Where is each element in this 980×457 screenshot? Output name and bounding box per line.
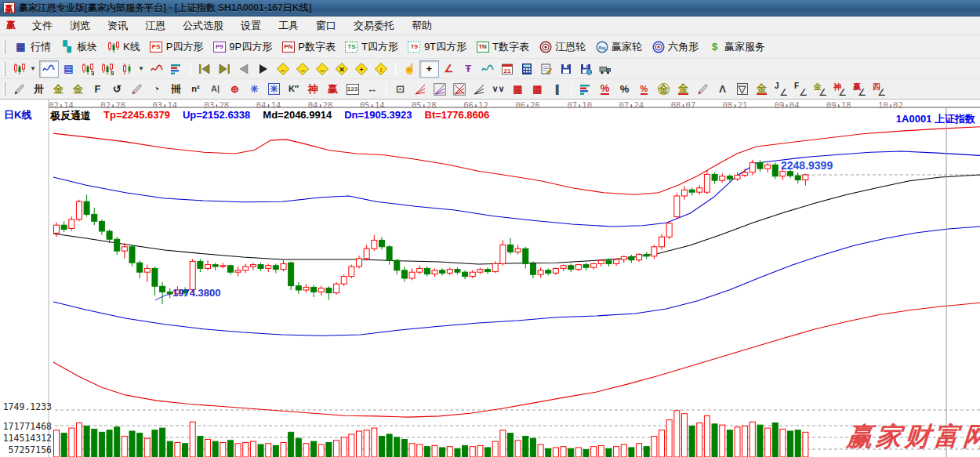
k-marks-button[interactable]: K″ xyxy=(284,81,303,98)
volume-distribution-button[interactable] xyxy=(167,60,187,78)
n-square-button[interactable]: n² xyxy=(186,81,205,98)
last-page-button[interactable] xyxy=(215,60,234,78)
menu-item-9[interactable]: 帮助 xyxy=(403,16,441,35)
parallel-channel-button[interactable]: ∥ xyxy=(547,81,567,98)
t-square-button[interactable]: TST四方形 xyxy=(340,38,403,56)
gann-date-diag-button[interactable]: ✕ xyxy=(332,60,352,78)
menu-item-7[interactable]: 窗口 xyxy=(307,16,345,35)
first-page-button[interactable] xyxy=(195,60,215,78)
menu-item-4[interactable]: 公式选股 xyxy=(174,16,232,35)
percent-level-button[interactable]: % xyxy=(634,81,654,98)
multi-chart-3-button[interactable]: 3 xyxy=(78,60,98,78)
gann-date-cross-button[interactable]: + xyxy=(352,60,372,78)
title-bar[interactable]: 赢 赢家江恩专业版[赢家内部服务平台] - [上证指数 SH1A0001-167… xyxy=(0,0,980,16)
span-measure-button[interactable]: ↔ xyxy=(362,81,382,98)
kline-style-picker-button[interactable]: ▼ xyxy=(9,60,39,78)
toolbar-grip[interactable] xyxy=(3,82,5,96)
target-circle-button[interactable]: ⊕ xyxy=(225,81,245,98)
text-note-button[interactable]: A| xyxy=(205,81,225,98)
menu-item-1[interactable]: 浏览 xyxy=(61,16,99,35)
hexagon-button[interactable]: 六角形 xyxy=(647,38,703,56)
menu-item-5[interactable]: 设置 xyxy=(232,16,270,35)
j-angle-line-button[interactable]: J∠ xyxy=(771,81,791,98)
toolbar-grip[interactable] xyxy=(3,40,5,54)
wave-overlay-button[interactable] xyxy=(478,60,498,78)
prev-page-button[interactable] xyxy=(234,60,254,78)
shen-signal-button[interactable]: 神 xyxy=(303,81,323,98)
gann-wheel-button[interactable]: 江恩轮 xyxy=(534,38,590,56)
gann-grid-box-button[interactable] xyxy=(449,81,469,98)
f10-info-button[interactable]: ▤ xyxy=(59,60,78,78)
sectors-button[interactable]: ▚板块 xyxy=(56,38,102,56)
angle-measure-button[interactable]: ∠ xyxy=(439,60,459,78)
gann-fan-button[interactable] xyxy=(410,81,430,98)
gann-date-right-button[interactable]: → xyxy=(293,60,313,78)
chart-canvas[interactable] xyxy=(0,100,980,457)
crosshair-button[interactable]: + xyxy=(419,60,439,78)
trend-rays-button[interactable] xyxy=(469,81,488,98)
toolbar-grip[interactable] xyxy=(3,62,5,76)
marker-pen-button[interactable] xyxy=(127,81,147,98)
spiral-tool-button[interactable]: ↺ xyxy=(107,81,127,98)
stat-bars-button[interactable] xyxy=(575,81,595,98)
star-rays-button[interactable]: ✳ xyxy=(245,81,264,98)
winner-wheel-button[interactable]: Big赢家轮 xyxy=(590,38,647,56)
shen-angle-line-button[interactable]: 神∠ xyxy=(830,81,850,98)
winner-service-button[interactable]: $赢家服务 xyxy=(703,38,770,56)
gold-support-button[interactable]: 金 xyxy=(752,81,771,98)
gold-gauge-1-button[interactable]: 金 xyxy=(49,81,68,98)
gold-circle-button[interactable]: 金 xyxy=(654,81,673,98)
si-angle-line-button[interactable]: 四∠ xyxy=(869,81,889,98)
next-page-button[interactable] xyxy=(254,60,274,78)
gold-angle-line-button[interactable]: 金∠ xyxy=(811,81,830,98)
calculator-button[interactable] xyxy=(517,60,537,78)
data-manager-button[interactable] xyxy=(596,60,615,78)
percent-plain-button[interactable]: % xyxy=(615,81,634,98)
bar-style-picker-button[interactable]: ▼ xyxy=(118,60,147,78)
market-quotes-button[interactable]: ▦行情 xyxy=(9,38,56,56)
fib-angle-line-button[interactable]: F∠ xyxy=(791,81,811,98)
percent-slash-button[interactable]: % xyxy=(595,81,615,98)
symbol-label[interactable]: 1A0001 上证指数 xyxy=(896,112,975,126)
time-ruler-button[interactable]: 卅 xyxy=(29,81,49,98)
multi-chart-9-button[interactable]: 9 xyxy=(98,60,118,78)
save-layout-button[interactable] xyxy=(557,60,576,78)
gold-level-line-button[interactable]: 金 xyxy=(673,81,693,98)
gann-date-span-button[interactable]: ↔ xyxy=(313,60,332,78)
box-frame-button[interactable]: ⊡ xyxy=(390,81,410,98)
price-grid-button[interactable]: ▦ xyxy=(508,81,528,98)
price-grid-arrow-button[interactable]: ▦ xyxy=(528,81,547,98)
p-square-button[interactable]: PSP四方形 xyxy=(145,38,209,56)
cup-box-button[interactable]: ▽ xyxy=(732,81,752,98)
9t-square-button[interactable]: T99T四方形 xyxy=(403,38,471,56)
cycle-clock-button[interactable]: ◔ xyxy=(147,81,166,98)
kline-button[interactable]: K线 xyxy=(102,38,145,56)
ying-signal-button[interactable]: 赢 xyxy=(323,81,343,98)
wave-abc-button[interactable]: Λ xyxy=(713,81,732,98)
pan-hand-button[interactable]: ☝ xyxy=(400,60,419,78)
zigzag-wave-button[interactable]: ∨∨ xyxy=(488,81,508,98)
t-number-table-button[interactable]: TNT数字表 xyxy=(471,38,534,56)
t-ruler-button[interactable]: Ŧ xyxy=(459,60,478,78)
gann-date-all-button[interactable]: ↕ xyxy=(372,60,391,78)
price-ruler-button[interactable]: 卌 xyxy=(166,81,186,98)
p-number-table-button[interactable]: PNP数字表 xyxy=(277,38,340,56)
overlay-blue-curve-button[interactable] xyxy=(39,60,59,78)
gann-box-purple-button[interactable] xyxy=(430,81,449,98)
menu-item-3[interactable]: 江恩 xyxy=(136,16,174,35)
gold-gauge-2-button[interactable]: 金 xyxy=(68,81,88,98)
menu-item-8[interactable]: 交易委托 xyxy=(345,16,403,35)
ying-angle-line-button[interactable]: 赢∠ xyxy=(850,81,869,98)
pane-period-label[interactable]: 日K线 xyxy=(4,108,31,122)
trade-notes-button[interactable] xyxy=(537,60,557,78)
gann-date-left-button[interactable]: ← xyxy=(274,60,293,78)
menu-item-0[interactable]: 文件 xyxy=(24,16,61,35)
star-rays-boxed-button[interactable]: ✳ xyxy=(264,81,284,98)
fib-ruler-button[interactable]: F xyxy=(88,81,107,98)
menu-item-2[interactable]: 资讯 xyxy=(99,16,136,35)
signal-pen-button[interactable] xyxy=(693,81,713,98)
save-web-button[interactable] xyxy=(576,60,596,78)
9p-square-button[interactable]: P99P四方形 xyxy=(208,38,277,56)
overlay-red-curve-button[interactable] xyxy=(147,60,167,78)
count-ruler-button[interactable]: 123 xyxy=(343,81,362,98)
